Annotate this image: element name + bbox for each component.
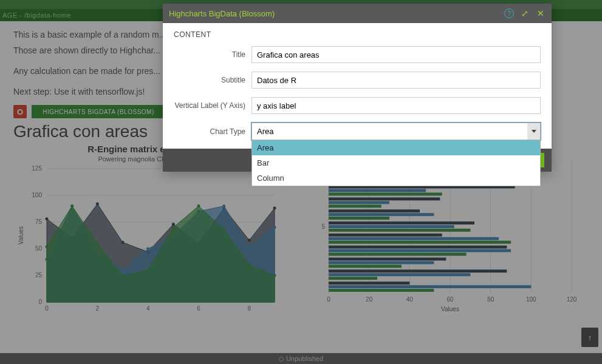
row-subtitle: Subtitle [174, 72, 541, 89]
dropdown-option-area[interactable]: Area [252, 140, 540, 155]
label-subtitle: Subtitle [174, 76, 251, 84]
expand-icon[interactable]: ⤢ [520, 8, 530, 18]
combo-toggle-button[interactable] [527, 123, 541, 140]
combo-dropdown-list: Area Bar Column [251, 140, 541, 186]
label-title: Title [174, 50, 251, 59]
input-yaxis[interactable] [251, 97, 541, 114]
close-icon[interactable]: ✕ [536, 8, 546, 18]
input-subtitle[interactable] [251, 72, 541, 89]
row-yaxis: Vertical Label (Y Axis) [174, 97, 541, 114]
dropdown-option-bar[interactable]: Bar [252, 155, 540, 170]
chevron-down-icon [532, 130, 536, 133]
dropdown-option-column[interactable]: Column [252, 170, 540, 186]
row-title: Title [174, 46, 541, 63]
label-yaxis: Vertical Label (Y Axis) [174, 101, 251, 110]
label-chart-type: Chart Type [174, 127, 251, 136]
help-icon[interactable]: ? [504, 8, 514, 18]
input-title[interactable] [251, 46, 541, 63]
edit-dialog: Highcharts BigData (Blossom) ? ⤢ ✕ CONTE… [163, 4, 552, 172]
dialog-header[interactable]: Highcharts BigData (Blossom) ? ⤢ ✕ [163, 4, 552, 23]
row-chart-type: Chart Type Area Bar Column [174, 123, 541, 140]
dialog-title: Highcharts BigData (Blossom) [169, 9, 498, 18]
combo-input-chart-type[interactable] [251, 123, 541, 140]
content-section-header: CONTENT [174, 30, 541, 39]
dialog-body: CONTENT Title Subtitle Vertical Label (Y… [163, 23, 552, 149]
combo-chart-type: Area Bar Column [251, 123, 541, 140]
